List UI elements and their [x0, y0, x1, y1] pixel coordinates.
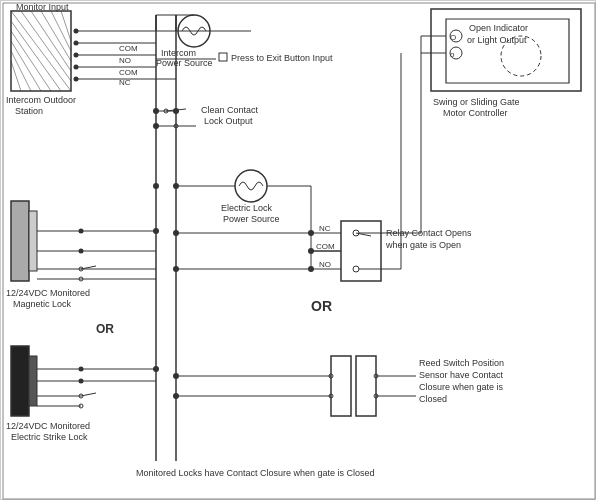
svg-text:o: o — [450, 50, 455, 59]
svg-point-130 — [173, 393, 179, 399]
svg-text:Monitored Locks have Contact C: Monitored Locks have Contact Closure whe… — [136, 468, 375, 478]
wiring-diagram: Monitor Input Intercom Outdoor Station I… — [0, 0, 596, 500]
svg-text:Lock Output: Lock Output — [204, 116, 253, 126]
svg-text:Clean Contact: Clean Contact — [201, 105, 259, 115]
svg-point-106 — [173, 266, 179, 272]
svg-text:Motor Controller: Motor Controller — [443, 108, 508, 118]
svg-text:Station: Station — [15, 106, 43, 116]
svg-text:COM: COM — [119, 68, 138, 77]
svg-text:NC: NC — [319, 224, 331, 233]
svg-text:or Light Output: or Light Output — [467, 35, 527, 45]
svg-text:Closure when gate is: Closure when gate is — [419, 382, 504, 392]
svg-text:when gate is Open: when gate is Open — [385, 240, 461, 250]
svg-text:O: O — [450, 33, 456, 42]
svg-point-129 — [173, 373, 179, 379]
svg-text:COM: COM — [316, 242, 335, 251]
svg-point-88 — [153, 366, 159, 372]
svg-point-83 — [153, 183, 159, 189]
svg-point-85 — [153, 228, 159, 234]
svg-text:OR: OR — [96, 322, 114, 336]
svg-text:Press to Exit Button Input: Press to Exit Button Input — [231, 53, 333, 63]
svg-text:NO: NO — [319, 260, 331, 269]
svg-text:Open Indicator: Open Indicator — [469, 23, 528, 33]
svg-text:Electric Lock: Electric Lock — [221, 203, 273, 213]
svg-point-108 — [308, 230, 314, 236]
svg-point-149 — [153, 123, 159, 129]
svg-text:Intercom Outdoor: Intercom Outdoor — [6, 95, 76, 105]
svg-rect-53 — [29, 211, 37, 271]
svg-text:NO: NO — [119, 56, 131, 65]
svg-text:COM: COM — [119, 44, 138, 53]
monitor-input-label: Monitor Input — [16, 2, 69, 12]
svg-point-148 — [173, 108, 179, 114]
svg-text:12/24VDC Monitored: 12/24VDC Monitored — [6, 421, 90, 431]
svg-text:Closed: Closed — [419, 394, 447, 404]
svg-text:Swing or Sliding Gate: Swing or Sliding Gate — [433, 97, 520, 107]
svg-point-147 — [153, 108, 159, 114]
svg-text:OR: OR — [311, 298, 332, 314]
svg-text:Reed Switch Position: Reed Switch Position — [419, 358, 504, 368]
svg-text:Intercom: Intercom — [161, 48, 196, 58]
svg-point-105 — [173, 230, 179, 236]
svg-text:Electric Strike Lock: Electric Strike Lock — [11, 432, 88, 442]
svg-text:Sensor have Contact: Sensor have Contact — [419, 370, 504, 380]
svg-point-84 — [173, 183, 179, 189]
svg-rect-52 — [11, 201, 29, 281]
svg-text:NC: NC — [119, 78, 131, 87]
svg-rect-67 — [29, 356, 37, 406]
svg-text:12/24VDC Monitored: 12/24VDC Monitored — [6, 288, 90, 298]
svg-text:Power Source: Power Source — [223, 214, 280, 224]
svg-text:Magnetic Lock: Magnetic Lock — [13, 299, 72, 309]
svg-rect-66 — [11, 346, 29, 416]
svg-point-110 — [308, 266, 314, 272]
